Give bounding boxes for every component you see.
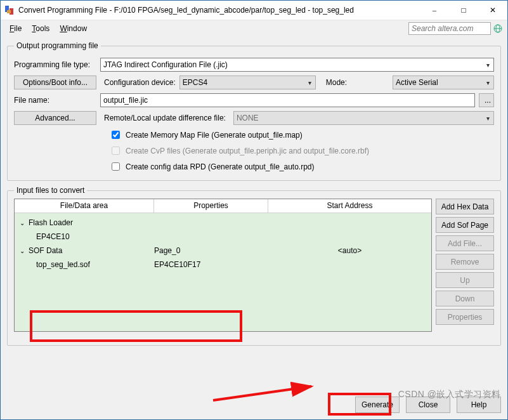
title-bar: Convert Programming File - F:/010 FPGA/s…	[1, 1, 507, 20]
menu-tools[interactable]: Tools	[28, 23, 53, 34]
globe-icon[interactable]	[493, 24, 502, 33]
chk-memory-map-label: Create Memory Map File (Generate output_…	[126, 131, 303, 140]
menu-window[interactable]: Window	[56, 23, 91, 34]
chk-rpd[interactable]: Create config data RPD (Generate output_…	[109, 161, 494, 173]
svg-rect-2	[7, 10, 11, 13]
col-props: Properties	[154, 199, 268, 213]
conf-device-label: Configuration device:	[104, 78, 176, 87]
chevron-down-icon[interactable]: ⌄	[20, 247, 26, 254]
close-button[interactable]: ✕	[478, 1, 507, 20]
remote-combo: NONE	[233, 111, 494, 125]
output-group: Output programming file Programming file…	[7, 41, 501, 181]
col-file: File/Data area	[15, 199, 154, 213]
input-table[interactable]: File/Data area Properties Start Address …	[14, 199, 432, 332]
chk-memory-map[interactable]: Create Memory Map File (Generate output_…	[109, 129, 494, 141]
table-row[interactable]: ⌄Flash Loader	[15, 216, 431, 230]
add-sof-button[interactable]: Add Sof Page	[436, 217, 494, 233]
menu-bar: File Tools Window	[1, 20, 507, 36]
generate-button[interactable]: Generate	[355, 397, 400, 413]
add-file-button: Add File...	[436, 235, 494, 251]
maximize-button[interactable]: □	[449, 1, 478, 20]
table-row[interactable]: ⌄SOF Data Page_0 <auto>	[15, 244, 431, 258]
chk-rpd-label: Create config data RPD (Generate output_…	[126, 162, 315, 171]
file-name-label: File name:	[14, 96, 96, 105]
app-window: Convert Programming File - F:/010 FPGA/s…	[0, 0, 508, 420]
help-button[interactable]: Help	[457, 397, 501, 413]
chk-cvp: Create CvP files (Generate output_file.p…	[109, 145, 494, 157]
browse-button[interactable]: ...	[479, 93, 494, 107]
output-legend: Output programming file	[14, 41, 101, 50]
advanced-button[interactable]: Advanced...	[14, 111, 96, 125]
window-controls: – □ ✕	[420, 1, 507, 20]
chk-cvp-label: Create CvP files (Generate output_file.p…	[126, 147, 369, 155]
chk-cvp-box	[112, 147, 120, 155]
table-row[interactable]: top_seg_led.sof EP4CE10F17	[15, 258, 431, 272]
type-combo[interactable]: JTAG Indirect Configuration File (.jic)	[100, 58, 494, 72]
down-button: Down	[436, 291, 494, 306]
annotation-arrow-icon	[210, 381, 324, 407]
content-area: Output programming file Programming file…	[1, 36, 507, 419]
type-label: Programming file type:	[14, 60, 96, 69]
mode-label: Mode:	[326, 78, 347, 87]
add-hex-button[interactable]: Add Hex Data	[436, 199, 494, 214]
remote-label: Remote/Local update difference file:	[104, 114, 226, 122]
app-icon	[4, 5, 15, 15]
col-addr: Start Address	[268, 199, 431, 213]
search-container	[408, 22, 502, 35]
mode-combo[interactable]: Active Serial	[393, 75, 494, 89]
file-name-input[interactable]	[100, 93, 475, 107]
properties-button: Properties	[436, 309, 494, 325]
side-buttons: Add Hex Data Add Sof Page Add File... Re…	[436, 199, 494, 332]
window-title: Convert Programming File - F:/010 FPGA/s…	[18, 6, 420, 15]
minimize-button[interactable]: –	[420, 1, 449, 20]
input-legend: Input files to convert	[14, 186, 87, 195]
chk-memory-map-box[interactable]	[112, 131, 120, 139]
chevron-down-icon[interactable]: ⌄	[20, 220, 26, 226]
input-group: Input files to convert File/Data area Pr…	[7, 186, 501, 346]
menu-file[interactable]: File	[6, 23, 25, 34]
up-button: Up	[436, 272, 494, 288]
chk-rpd-box[interactable]	[112, 162, 120, 171]
conf-device-combo[interactable]: EPCS4	[179, 75, 316, 89]
close-button-footer[interactable]: Close	[406, 397, 450, 413]
table-body: ⌄Flash Loader EP4CE10 ⌄SOF Data Page_0 <…	[15, 213, 431, 274]
table-header: File/Data area Properties Start Address	[15, 199, 431, 213]
svg-line-6	[213, 386, 311, 400]
table-row[interactable]: EP4CE10	[15, 230, 431, 244]
remove-button: Remove	[436, 254, 494, 270]
search-input[interactable]	[408, 22, 491, 35]
options-button[interactable]: Options/Boot info...	[14, 75, 96, 89]
